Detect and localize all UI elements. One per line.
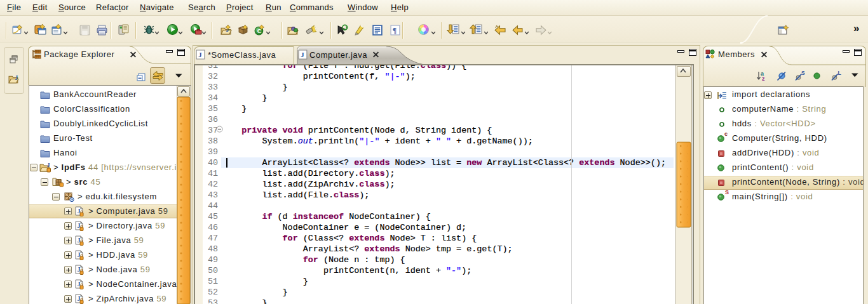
svg-text:¶: ¶ [393,27,397,35]
svg-text:J: J [15,75,18,81]
svg-text:L: L [838,70,841,76]
svg-text:J: J [47,162,50,168]
svg-text:z: z [762,76,765,82]
svg-text:S: S [801,70,805,76]
